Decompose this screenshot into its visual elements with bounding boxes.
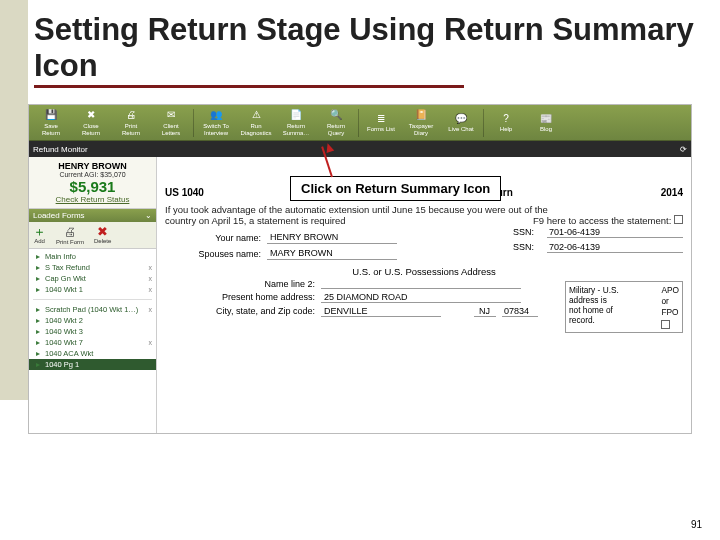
page-number: 91 [691,519,702,530]
toolbar-live-chat-button[interactable]: 💬Live Chat [443,107,479,139]
form-item-label: S Tax Refund [45,263,90,272]
toolbar-icon: 📄 [288,109,304,122]
slide-title: Setting Return Stage Using Return Summar… [34,12,700,83]
toolbar-close-return-button[interactable]: ✖Close Return [73,107,109,139]
toolbar-return-summa-button[interactable]: 📄Return Summa… [278,107,314,139]
name-line2-label: Name line 2: [165,279,315,289]
toolbar-label: Return Query [327,123,345,136]
toolbar-icon: 🖨 [123,109,139,122]
status-refresh-icon[interactable]: ⟳ [680,145,687,154]
form-icon: ▸ [33,327,42,336]
toolbar-icon: 🔍 [328,109,344,122]
form-item[interactable]: ▸1040 Wkt 1x [29,284,156,295]
toolbar-return-query-button[interactable]: 🔍Return Query [318,107,354,139]
check-return-status-link[interactable]: Check Return Status [33,195,152,204]
form-list: ▸Main Info▸S Tax Refundx▸Cap Gn Wktx▸104… [29,249,156,297]
toolbar-label: Close Return [82,123,100,136]
print-label: Print Form [56,239,84,245]
form-item-label: 1040 Wkt 1 [45,285,83,294]
add-form-button[interactable]: ＋Add [33,225,46,245]
toolbar-icon: 💬 [453,112,469,125]
apo-label: APO [661,285,679,295]
loaded-forms-expand-icon[interactable]: ⌄ [145,211,152,220]
toolbar-taxpayer-diary-button[interactable]: 📔Taxpayer Diary [403,107,439,139]
form-item[interactable]: ▸S Tax Refundx [29,262,156,273]
home-address-label: Present home address: [165,292,315,303]
toolbar-forms-list-button[interactable]: ≣Forms List [363,107,399,139]
toolbar-icon: ≣ [373,112,389,125]
toolbar-label: Help [500,126,512,132]
toolbar-label: Print Return [122,123,140,136]
form-item[interactable]: ▸1040 Wkt 7x [29,337,156,348]
spouse-name-label: Spouses name: [165,249,267,259]
ssn-label-2: SSN: [513,242,547,253]
form-item[interactable]: ▸1040 Wkt 3 [29,326,156,337]
form-icon: ▸ [33,252,42,261]
form-item-label: 1040 Pg 1 [45,360,79,369]
form-x-icon: x [149,264,153,271]
note-line-2a: country on April 15, a statement is requ… [165,215,346,226]
toolbar-client-letters-button[interactable]: ✉Client Letters [153,107,189,139]
toolbar-run-diagnostics-button[interactable]: ⚠Run Diagnostics [238,107,274,139]
title-underline [34,85,464,88]
toolbar-help-button[interactable]: ?Help [488,107,524,139]
city-field[interactable]: DENVILLE [321,306,441,317]
toolbar-label: Forms List [367,126,395,132]
form-icon: ▸ [33,274,42,283]
form-item-label: 1040 Wkt 2 [45,316,83,325]
ssn-field-1[interactable]: 701-06-4139 [547,227,683,238]
form-item[interactable]: ▸1040 Pg 1 [29,359,156,370]
printer-icon: 🖨 [64,225,76,239]
delete-form-button[interactable]: ✖Delete [94,225,111,245]
spouse-name-field[interactable]: MARY BROWN [267,248,397,260]
print-form-button[interactable]: 🖨Print Form [56,225,84,245]
tax-year: 2014 [661,187,683,198]
ssn-field-2[interactable]: 702-06-4139 [547,242,683,253]
form-list-2: ▸Scratch Pad (1040 Wkt 1…)x▸1040 Wkt 2▸1… [29,302,156,372]
toolbar-label: Save Return [42,123,60,136]
delete-label: Delete [94,238,111,244]
military-address-box: Military - U.S. address is not home of r… [565,281,683,333]
toolbar-blog-button[interactable]: 📰Blog [528,107,564,139]
app-screenshot: 💾Save Return✖Close Return🖨Print Return✉C… [28,104,692,434]
form-item[interactable]: ▸Scratch Pad (1040 Wkt 1…)x [29,304,156,315]
your-name-field[interactable]: HENRY BROWN [267,232,397,244]
toolbar-icon: ⚠ [248,109,264,122]
toolbar-icon: 👥 [208,109,224,122]
form-item[interactable]: ▸Main Info [29,251,156,262]
state-field[interactable]: NJ [474,306,496,317]
toolbar-print-return-button[interactable]: 🖨Print Return [113,107,149,139]
toolbar-label: Run Diagnostics [240,123,271,136]
address-section-title: U.S. or U.S. Possessions Address [165,266,683,277]
form-item-label: 1040 ACA Wkt [45,349,93,358]
military-checkbox[interactable] [661,320,670,329]
loaded-forms-label: Loaded Forms [33,211,85,220]
city-state-zip-label: City, state, and Zip code: [165,306,315,317]
form-icon: ▸ [33,263,42,272]
home-address-field[interactable]: 25 DIAMOND ROAD [321,292,521,303]
your-name-label: Your name: [165,233,267,243]
toolbar-label: Switch To Interview [203,123,229,136]
name-line2-field[interactable] [321,279,521,289]
form-item[interactable]: ▸1040 Wkt 2 [29,315,156,326]
toolbar-separator [483,109,484,137]
taxpayer-name: HENRY BROWN [33,161,152,171]
refund-monitor-label: Refund Monitor [33,145,88,154]
sidebar: HENRY BROWN Current AGI: $35,070 $5,931 … [29,157,157,433]
refund-monitor-panel: HENRY BROWN Current AGI: $35,070 $5,931 … [29,157,156,209]
form-item[interactable]: ▸Cap Gn Wktx [29,273,156,284]
toolbar-save-return-button[interactable]: 💾Save Return [33,107,69,139]
plus-icon: ＋ [33,225,46,238]
callout-box: Click on Return Summary Icon [290,176,501,201]
form-icon: ▸ [33,338,42,347]
note-line-1: If you took advantage of the automatic e… [165,204,683,215]
status-bar: Refund Monitor ⟳ [29,141,691,157]
military-text: Military - U.S. address is not home of r… [569,285,657,329]
toolbar-label: Live Chat [448,126,473,132]
zip-field[interactable]: 07834 [502,306,538,317]
toolbar-switch-to-interview-button[interactable]: 👥Switch To Interview [198,107,234,139]
form-item[interactable]: ▸1040 ACA Wkt [29,348,156,359]
form-icon: ▸ [33,360,42,369]
form-actions: ＋Add 🖨Print Form ✖Delete [29,222,156,249]
form-x-icon: x [149,306,153,313]
